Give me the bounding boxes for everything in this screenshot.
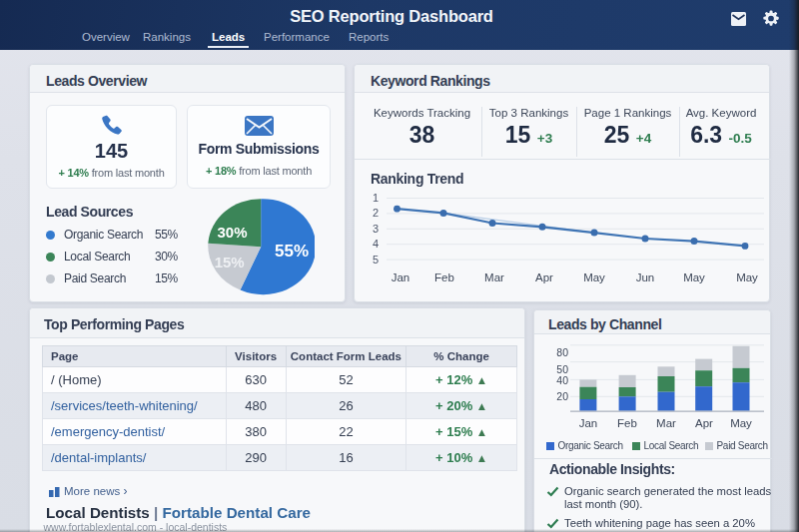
svg-text:Jan: Jan	[579, 417, 598, 429]
svg-text:May: May	[583, 271, 605, 283]
svg-text:15%: 15%	[215, 254, 245, 270]
svg-text:Feb: Feb	[617, 417, 637, 429]
svg-text:4: 4	[373, 238, 379, 250]
svg-text:30%: 30%	[217, 224, 247, 241]
svg-text:20: 20	[556, 390, 568, 402]
svg-text:80: 80	[556, 346, 568, 358]
svg-text:Mar: Mar	[484, 271, 504, 283]
svg-text:1: 1	[373, 193, 379, 204]
svg-text:2: 2	[373, 207, 379, 219]
svg-text:Jun: Jun	[636, 271, 655, 283]
svg-text:55%: 55%	[275, 242, 309, 261]
svg-text:50: 50	[556, 363, 568, 375]
svg-text:Mar: Mar	[656, 417, 676, 429]
svg-text:May: May	[736, 271, 758, 283]
svg-text:Feb: Feb	[434, 271, 454, 283]
svg-text:Jan: Jan	[392, 271, 410, 283]
svg-text:Apr: Apr	[535, 271, 553, 283]
svg-text:5: 5	[373, 254, 379, 266]
svg-text:Apr: Apr	[695, 417, 713, 429]
svg-text:40: 40	[556, 374, 568, 386]
svg-text:May: May	[683, 271, 705, 283]
svg-text:3: 3	[373, 223, 379, 235]
svg-text:May: May	[730, 417, 752, 429]
